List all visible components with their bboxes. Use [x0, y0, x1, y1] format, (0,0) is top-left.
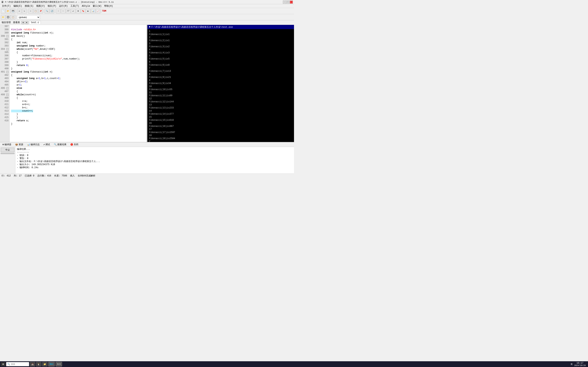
- toggle-btn[interactable]: 📋: [11, 15, 15, 19]
- top-content-area: 387 388 389 390 − 391 392 393 394 − 395 …: [0, 25, 294, 142]
- menu-view[interactable]: 视图(V): [35, 4, 46, 8]
- project-manager-btn[interactable]: 项目管理: [1, 21, 11, 24]
- compile-area: 中止 编译结果... --------- - 错误: 0 - 警告: 0 - 输…: [0, 147, 294, 174]
- maximize-button[interactable]: □: [286, 0, 289, 4]
- new-file-button[interactable]: 📄: [1, 9, 5, 13]
- stop-compile-button[interactable]: 中止: [1, 148, 14, 152]
- status-length: 长度: 7586: [54, 174, 67, 177]
- error-button[interactable]: ✖: [76, 9, 80, 13]
- app-icon: 🖥: [1, 0, 4, 4]
- terminal-path: F:\作业\高级语言程序设计\高级语言程序设计课程第五次个人作业\test.ex…: [152, 25, 233, 29]
- toolbar-separator-3: [44, 9, 44, 13]
- terminal-output[interactable]: 1 Fibonacci(1)is1 2 Fibonacci(2)is1 3 Fi…: [147, 29, 294, 142]
- terminal-panel: ■ F:\作业\高级语言程序设计\高级语言程序设计课程第五次个人作业\test.…: [147, 25, 294, 142]
- tdm-label: TDM: [102, 10, 106, 12]
- globals-dropdown[interactable]: (globals): [17, 15, 40, 19]
- redo-button[interactable]: ↪: [22, 9, 27, 13]
- tab-compiler-label: 编译器: [4, 143, 11, 146]
- menu-help[interactable]: 帮助(H): [103, 4, 114, 8]
- tab-resources-label: 资源: [18, 143, 23, 146]
- menu-edit[interactable]: 编辑(E): [12, 4, 23, 8]
- file-tab-testc[interactable]: test.c: [29, 21, 41, 24]
- paste-button[interactable]: 📌: [38, 9, 43, 13]
- undo-button[interactable]: ↩: [17, 9, 22, 13]
- panel-nav-left[interactable]: ◀: [21, 21, 25, 24]
- panel-row: 项目管理 查看类 ◀ ▶ test.c: [0, 20, 294, 25]
- title-bar: 🖥 F:\作业\高级语言程序设计\高级语言程序设计课程第五次个人作业\test.…: [0, 0, 294, 4]
- panel-nav-right[interactable]: ▶: [25, 21, 28, 24]
- status-parse: 在0秒内完成解析: [78, 174, 95, 177]
- tab-debug-label: 调试: [45, 143, 50, 146]
- class-btn[interactable]: 🔲: [6, 15, 10, 19]
- secondary-toolbar: 📁 🔲 📋 (globals): [0, 14, 294, 20]
- close-tab-icon: 🔴: [70, 143, 73, 146]
- status-line: 行: 412: [1, 174, 11, 177]
- tab-compiler[interactable]: ⊞ 编译器: [1, 142, 13, 147]
- editor-terminal-area: 387 388 389 390 − 391 392 393 394 − 395 …: [0, 25, 294, 174]
- main-toolbar: 📄 📂 💾 ↩ ↪ ✂ 📋 📌 🔍 🔄 → ← // ✔ ✖ 🔖 ▶ 📊 📈 T…: [0, 8, 294, 14]
- status-col: 列: 17: [14, 174, 22, 177]
- menu-project[interactable]: 项目(P): [46, 4, 57, 8]
- compile-output: 编译结果... --------- - 错误: 0 - 警告: 0 - 输出文件…: [15, 147, 294, 174]
- menu-search[interactable]: 搜索(S): [24, 4, 35, 8]
- compile-log-icon: 📊: [27, 143, 30, 146]
- status-selected: 已选择 0: [25, 174, 34, 177]
- goto-button[interactable]: ▶: [86, 9, 90, 13]
- toolbar-separator-5: [101, 9, 101, 13]
- tab-search-results-label: 搜索结果: [57, 143, 67, 146]
- menu-file[interactable]: 文件(F): [1, 4, 12, 8]
- title-bar-left: 🖥 F:\作业\高级语言程序设计\高级语言程序设计课程第五次个人作业\test.…: [1, 0, 114, 4]
- window-title: F:\作业\高级语言程序设计\高级语言程序设计课程第五次个人作业\test.c …: [5, 0, 114, 3]
- status-bar: 行: 412 列: 17 已选择 0 总行数: 416 长度: 7586 插入 …: [0, 174, 294, 178]
- code-editor[interactable]: 387 388 389 390 − 391 392 393 394 − 395 …: [0, 25, 147, 142]
- compile-controls: 中止: [0, 147, 15, 174]
- tab-close-label: 关闭: [74, 143, 78, 146]
- app-window: 🖥 F:\作业\高级语言程序设计\高级语言程序设计课程第五次个人作业\test.…: [0, 0, 294, 178]
- bottom-panel: ⊞ 编译器 📦 资源 📊 编译日志 ✔ 调试: [0, 142, 294, 174]
- profile-button[interactable]: 📈: [96, 9, 100, 13]
- tab-debug[interactable]: ✔ 调试: [42, 142, 52, 147]
- bottom-tabs: ⊞ 编译器 📦 资源 📊 编译日志 ✔ 调试: [0, 142, 294, 147]
- indent-button[interactable]: →: [56, 9, 61, 13]
- toolbar-separator-4: [55, 9, 55, 13]
- menu-window[interactable]: 窗口(W): [92, 4, 103, 8]
- terminal-icon: ■: [149, 26, 150, 28]
- minimize-button[interactable]: —: [283, 0, 286, 4]
- syntax-check-button[interactable]: ✔: [71, 9, 76, 13]
- project-new-button[interactable]: 📁: [1, 15, 5, 19]
- chart-button[interactable]: 📊: [91, 9, 95, 13]
- extra-compile-button[interactable]: [1, 153, 14, 154]
- tab-compile-log[interactable]: 📊 编译日志: [25, 142, 41, 147]
- search-results-icon: 🔍: [54, 143, 57, 146]
- save-button[interactable]: 💾: [11, 9, 15, 13]
- bookmark-button[interactable]: 🔖: [81, 9, 86, 13]
- content-area: 387 388 389 390 − 391 392 393 394 − 395 …: [0, 25, 294, 174]
- close-button[interactable]: ✕: [290, 0, 293, 4]
- debug-icon: ✔: [43, 143, 45, 146]
- find-button[interactable]: 🔍: [45, 9, 49, 13]
- toolbar2-sep: [16, 15, 16, 19]
- menu-tools[interactable]: 工具(T): [69, 4, 80, 8]
- class-browser-btn[interactable]: 查看类: [12, 21, 21, 24]
- tab-search-results[interactable]: 🔍 搜索结果: [52, 142, 68, 147]
- line-numbers: 387 388 389 390 − 391 392 393 394 − 395 …: [0, 25, 9, 142]
- tab-compile-log-label: 编译日志: [30, 143, 40, 146]
- code-content[interactable]: #include <stdio.h> unsigned long Fibonac…: [9, 25, 147, 142]
- menu-astyle[interactable]: AStyle: [81, 5, 91, 8]
- copy-button[interactable]: 📋: [33, 9, 38, 13]
- menu-run[interactable]: 运行(R): [58, 4, 69, 8]
- terminal-titlebar: ■ F:\作业\高级语言程序设计\高级语言程序设计课程第五次个人作业\test.…: [147, 25, 294, 29]
- status-total: 总行数: 416: [37, 174, 51, 177]
- comment-button[interactable]: //: [66, 9, 70, 13]
- tab-resources[interactable]: 📦 资源: [13, 142, 25, 147]
- unindent-button[interactable]: ←: [61, 9, 66, 13]
- window-controls: — □ ✕: [283, 0, 293, 4]
- toolbar-separator-1: [16, 9, 16, 13]
- resources-icon: 📦: [15, 143, 18, 146]
- toolbar-separator-2: [27, 9, 28, 13]
- tab-close[interactable]: 🔴 关闭: [69, 142, 80, 147]
- cut-button[interactable]: ✂: [28, 9, 33, 13]
- compiler-icon: ⊞: [2, 143, 4, 146]
- replace-button[interactable]: 🔄: [50, 9, 54, 13]
- open-file-button[interactable]: 📂: [6, 9, 10, 13]
